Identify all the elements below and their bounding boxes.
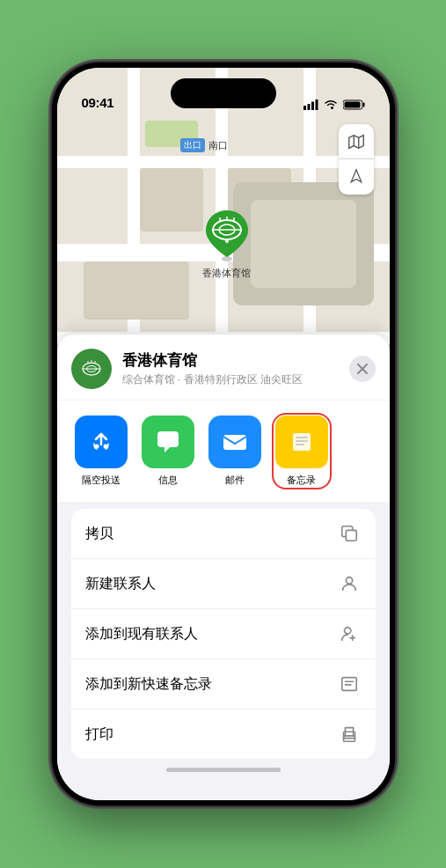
close-icon [357, 364, 368, 374]
notes-label: 备忘录 [287, 474, 316, 487]
svg-rect-31 [296, 437, 308, 438]
svg-rect-34 [346, 530, 356, 541]
map-controls [339, 124, 374, 195]
share-messages[interactable]: 信息 [138, 416, 198, 487]
venue-subtitle: 综合体育馆 · 香港特别行政区 油尖旺区 [122, 372, 349, 387]
wifi-icon [324, 99, 338, 110]
action-add-existing[interactable]: 添加到现有联系人 [71, 609, 376, 659]
battery-icon [343, 99, 365, 110]
map-icon [347, 132, 366, 151]
share-row: 隔空投送 信息 [57, 400, 390, 502]
venue-name: 香港体育馆 [122, 350, 349, 371]
close-button[interactable] [349, 356, 376, 382]
add-existing-label: 添加到现有联系人 [85, 625, 198, 644]
mail-icon [219, 426, 251, 458]
svg-point-35 [346, 577, 352, 584]
notes-icon-wrap [275, 416, 328, 468]
sheet-header: 香港体育馆 综合体育馆 · 香港特别行政区 油尖旺区 [57, 335, 390, 400]
copy-label: 拷贝 [85, 525, 113, 543]
status-icons [303, 99, 365, 110]
svg-rect-3 [315, 99, 318, 110]
phone-frame: 09:41 [52, 63, 395, 805]
svg-rect-28 [223, 435, 246, 450]
airdrop-icon-wrap [75, 416, 128, 468]
venue-pin-svg [202, 209, 252, 263]
home-indicator [57, 768, 390, 772]
poi-tag: 出口 [180, 138, 205, 152]
svg-rect-2 [311, 102, 314, 111]
action-print[interactable]: 打印 [71, 710, 376, 759]
location-arrow-icon [347, 168, 365, 186]
action-copy[interactable]: 拷贝 [71, 509, 376, 559]
map-pin-container: 香港体育馆 [202, 209, 252, 280]
svg-rect-37 [341, 678, 356, 691]
poi-label: 出口 南口 [180, 138, 228, 152]
new-contact-icon [337, 571, 362, 596]
copy-icon [337, 521, 362, 546]
map-pin [202, 209, 252, 263]
messages-label: 信息 [158, 474, 178, 487]
svg-rect-33 [296, 444, 304, 445]
print-label: 打印 [85, 725, 113, 744]
venue-icon [71, 349, 112, 389]
new-contact-label: 新建联系人 [85, 575, 156, 593]
messages-icon [152, 426, 184, 458]
mail-label: 邮件 [225, 474, 245, 487]
dynamic-island [171, 78, 276, 108]
svg-rect-5 [362, 103, 364, 107]
venue-info: 香港体育馆 综合体育馆 · 香港特别行政区 油尖旺区 [122, 350, 349, 387]
airdrop-label: 隔空投送 [82, 474, 121, 487]
share-mail[interactable]: 邮件 [205, 416, 265, 487]
action-add-memo[interactable]: 添加到新快速备忘录 [71, 659, 376, 710]
action-new-contact[interactable]: 新建联系人 [71, 559, 376, 609]
svg-rect-0 [303, 106, 306, 110]
mail-icon-wrap [208, 416, 261, 468]
svg-rect-1 [307, 104, 310, 110]
svg-point-14 [225, 239, 229, 243]
location-button[interactable] [339, 159, 374, 195]
svg-rect-32 [296, 440, 308, 442]
venue-icon-svg [79, 357, 104, 381]
signal-icon [303, 99, 318, 110]
add-memo-label: 添加到新快速备忘录 [85, 675, 212, 694]
airdrop-icon [86, 427, 116, 457]
notes-icon [286, 426, 318, 458]
poi-name: 南口 [208, 139, 228, 152]
bottom-sheet: 香港体育馆 综合体育馆 · 香港特别行政区 油尖旺区 [57, 335, 390, 800]
status-time: 09:41 [82, 95, 114, 110]
map-layer-button[interactable] [339, 124, 374, 159]
phone-screen: 09:41 [57, 68, 390, 800]
print-icon [337, 722, 362, 747]
venue-pin-label: 香港体育馆 [202, 267, 251, 280]
svg-rect-6 [344, 102, 360, 108]
messages-icon-wrap [142, 416, 194, 468]
share-airdrop[interactable]: 隔空投送 [71, 416, 131, 487]
svg-point-36 [344, 628, 350, 634]
add-existing-icon [337, 622, 362, 646]
share-notes[interactable]: 备忘录 [272, 413, 332, 489]
action-list: 拷贝 新建联系人 [71, 509, 376, 759]
add-memo-icon [337, 672, 362, 696]
